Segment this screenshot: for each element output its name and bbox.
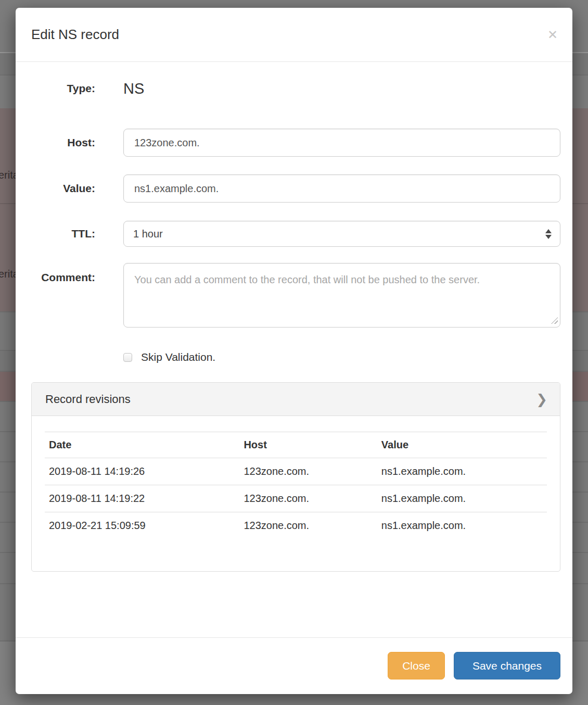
- ttl-select[interactable]: 1 hour: [123, 221, 560, 247]
- ttl-label: TTL:: [31, 228, 95, 240]
- value-row: Value:: [31, 174, 560, 203]
- revision-cell: ns1.example.com.: [377, 458, 547, 485]
- record-revisions-body: DateHostValue 2019-08-11 14:19:26123zone…: [32, 416, 560, 571]
- ttl-row: TTL: 1 hour: [31, 221, 560, 247]
- revision-cell: 2019-08-11 14:19:22: [45, 485, 239, 512]
- type-label: Type:: [31, 82, 95, 95]
- record-revisions-title: Record revisions: [45, 393, 131, 406]
- comment-textarea[interactable]: [123, 263, 560, 328]
- save-changes-button[interactable]: Save changes: [454, 652, 560, 679]
- close-icon[interactable]: ✕: [547, 29, 558, 41]
- skip-validation-checkbox[interactable]: [123, 353, 132, 362]
- type-row: Type: NS: [31, 79, 560, 98]
- value-input[interactable]: [123, 174, 560, 203]
- edit-ns-record-modal: Edit NS record ✕ Type: NS Host: Value: T…: [16, 8, 572, 694]
- revision-cell: 123zone.com.: [239, 512, 377, 539]
- host-label: Host:: [31, 136, 95, 149]
- modal-header: Edit NS record ✕: [16, 8, 572, 62]
- type-value: NS: [123, 80, 560, 97]
- revisions-column-header: Host: [239, 432, 377, 458]
- select-up-down-arrows-icon: [545, 229, 552, 239]
- revision-cell: 2019-08-11 14:19:26: [45, 458, 239, 485]
- ttl-selected-value: 1 hour: [133, 228, 163, 240]
- revision-row: 2019-02-21 15:09:59123zone.com.ns1.examp…: [45, 512, 547, 539]
- modal-body: Type: NS Host: Value: TTL: 1 hour: [16, 79, 572, 572]
- revision-cell: 2019-02-21 15:09:59: [45, 512, 239, 539]
- host-row: Host:: [31, 129, 560, 157]
- value-label: Value:: [31, 182, 95, 195]
- revisions-column-header: Value: [377, 432, 547, 458]
- close-button[interactable]: Close: [388, 652, 445, 679]
- revisions-table: DateHostValue 2019-08-11 14:19:26123zone…: [45, 432, 547, 539]
- revision-cell: ns1.example.com.: [377, 512, 547, 539]
- revision-row: 2019-08-11 14:19:22123zone.com.ns1.examp…: [45, 485, 547, 512]
- chevron-right-icon[interactable]: ❯: [536, 393, 547, 406]
- revisions-column-header: Date: [45, 432, 239, 458]
- modal-title: Edit NS record: [31, 27, 119, 43]
- comment-label: Comment:: [31, 263, 95, 284]
- skip-validation-label: Skip Validation.: [141, 351, 215, 363]
- modal-footer: Close Save changes: [16, 637, 572, 694]
- record-revisions-panel: Record revisions ❯ DateHostValue 2019-08…: [31, 382, 560, 572]
- revision-row: 2019-08-11 14:19:26123zone.com.ns1.examp…: [45, 458, 547, 485]
- revision-cell: 123zone.com.: [239, 485, 377, 512]
- skip-validation-row: Skip Validation.: [123, 351, 560, 363]
- revision-cell: ns1.example.com.: [377, 485, 547, 512]
- record-revisions-header[interactable]: Record revisions ❯: [32, 383, 560, 416]
- comment-row: Comment:: [31, 263, 560, 328]
- host-input[interactable]: [123, 129, 560, 157]
- revision-cell: 123zone.com.: [239, 458, 377, 485]
